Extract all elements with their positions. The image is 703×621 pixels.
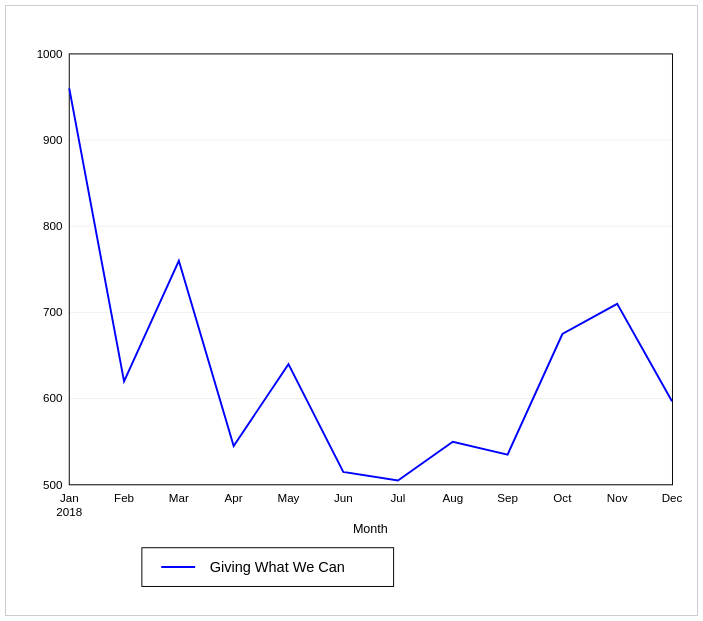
x-label-jan: Jan bbox=[60, 491, 79, 504]
x-label-feb: Feb bbox=[114, 491, 134, 504]
x-label-apr: Apr bbox=[225, 491, 243, 504]
x-label-mar: Mar bbox=[169, 491, 189, 504]
x-label-may: May bbox=[277, 491, 299, 504]
chart-area: 1000 900 800 700 600 500 Jan 2018 Feb bbox=[16, 16, 687, 605]
x-label-oct: Oct bbox=[553, 491, 572, 504]
x-axis-label: Month bbox=[353, 522, 388, 536]
svg-rect-6 bbox=[69, 54, 672, 485]
x-label-jun: Jun bbox=[334, 491, 353, 504]
chart-container: 1000 900 800 700 600 500 Jan 2018 Feb bbox=[5, 5, 698, 616]
y-tick-700: 700 bbox=[43, 305, 62, 318]
y-tick-800: 800 bbox=[43, 219, 62, 232]
chart-svg: 1000 900 800 700 600 500 Jan 2018 Feb bbox=[16, 16, 687, 605]
y-tick-900: 900 bbox=[43, 133, 62, 146]
y-tick-600: 600 bbox=[43, 391, 62, 404]
x-label-2018: 2018 bbox=[56, 505, 82, 518]
x-label-sep: Sep bbox=[497, 491, 518, 504]
y-tick-500: 500 bbox=[43, 478, 62, 491]
legend-label: Giving What We Can bbox=[210, 559, 345, 575]
y-tick-1000: 1000 bbox=[37, 47, 63, 60]
x-label-jul: Jul bbox=[391, 491, 406, 504]
data-line-gwwc bbox=[69, 88, 672, 480]
x-label-aug: Aug bbox=[442, 491, 463, 504]
x-label-nov: Nov bbox=[607, 491, 628, 504]
x-label-dec: Dec bbox=[662, 491, 683, 504]
